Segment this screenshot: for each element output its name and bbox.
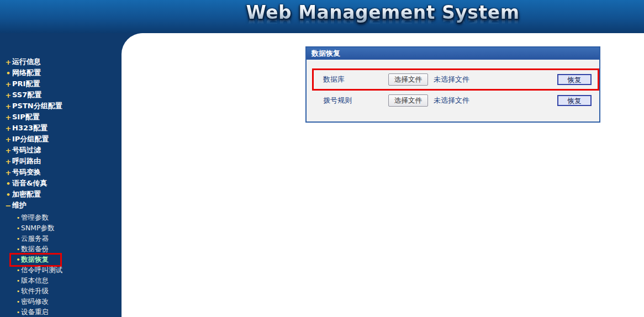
bullet-dot-icon: • — [15, 267, 21, 274]
sidebar-item-label: SS7配置 — [12, 90, 41, 100]
sidebar-item[interactable]: +IP分组配置 — [0, 134, 122, 145]
restore-button[interactable]: 恢复 — [557, 95, 592, 106]
expand-plus-icon: + — [4, 168, 12, 177]
expand-plus-icon: + — [4, 80, 12, 88]
sidebar-item-label: 运行信息 — [12, 57, 41, 67]
choose-file-button[interactable]: 选择文件 — [388, 73, 428, 86]
sidebar-item-label: SIP配置 — [12, 112, 40, 122]
sidebar-item[interactable]: +PSTN分组配置 — [0, 101, 122, 112]
panel-header: 数据恢复 — [307, 47, 599, 60]
sidebar-item[interactable]: +号码变换 — [0, 167, 122, 178]
sidebar-item[interactable]: +呼叫路由 — [0, 156, 122, 167]
expand-plus-icon: + — [4, 58, 12, 66]
sidebar-item[interactable]: +运行信息 — [0, 56, 122, 67]
expand-plus-icon: + — [4, 146, 12, 155]
sidebar-subitem-label: 数据备份 — [21, 245, 49, 254]
sidebar-item[interactable]: •网络配置 — [0, 67, 122, 78]
bullet-dot-icon: • — [15, 246, 21, 253]
sidebar-menu: +运行信息•网络配置+PRI配置+SS7配置+PSTN分组配置+SIP配置+H3… — [0, 33, 122, 317]
sidebar-item-label: H323配置 — [12, 123, 47, 133]
sidebar-subitem[interactable]: •软件升级 — [0, 286, 122, 297]
bullet-dot-icon: • — [15, 277, 21, 284]
sidebar-subitem[interactable]: •SNMP参数 — [0, 223, 122, 234]
sidebar-item-label: 呼叫路由 — [12, 156, 41, 166]
sidebar-subitem-label: 管理参数 — [21, 213, 49, 223]
sidebar-item-label: PSTN分组配置 — [12, 101, 62, 111]
bullet-dot-icon: • — [4, 191, 12, 199]
sidebar-item-label: 加密配置 — [12, 189, 41, 199]
panel-body: 数据库选择文件未选择文件恢复拨号规则选择文件未选择文件恢复 — [307, 60, 599, 108]
sidebar-subitem[interactable]: •数据备份 — [0, 244, 122, 255]
bullet-dot-icon: • — [15, 235, 21, 242]
expand-plus-icon: + — [4, 135, 12, 144]
sidebar-subitem-label: 版本信息 — [21, 276, 49, 286]
sidebar-subitem-label: 软件升级 — [21, 287, 49, 296]
panel-title: 数据恢复 — [312, 49, 340, 57]
sidebar-item[interactable]: +PRI配置 — [0, 78, 122, 89]
sidebar-subitem-label: 密码修改 — [21, 297, 49, 307]
sidebar-item[interactable]: •加密配置 — [0, 189, 122, 200]
sidebar-subitem-label: 数据恢复 — [21, 255, 49, 265]
sidebar-item[interactable]: +SIP配置 — [0, 112, 122, 123]
sidebar-subitem[interactable]: •密码修改 — [0, 297, 122, 307]
sidebar-subitem-label: SNMP参数 — [21, 224, 55, 233]
data-recovery-panel: 数据恢复 数据库选择文件未选择文件恢复拨号规则选择文件未选择文件恢复 — [305, 46, 600, 123]
file-status-text: 未选择文件 — [434, 96, 469, 105]
sidebar-subitem[interactable]: •云服务器 — [0, 234, 122, 244]
content-area: 数据恢复 数据库选择文件未选择文件恢复拨号规则选择文件未选择文件恢复 — [122, 33, 644, 317]
sidebar-item-label: 维护 — [12, 200, 27, 210]
sidebar-submenu: •管理参数•SNMP参数•云服务器•数据备份•数据恢复•信令呼叫测试•版本信息•… — [0, 213, 122, 317]
sidebar-subitem[interactable]: •信令呼叫测试 — [0, 265, 122, 276]
form-row: 数据库选择文件未选择文件恢复 — [307, 68, 599, 91]
sidebar-item-label: IP分组配置 — [12, 134, 49, 144]
sidebar-subitem[interactable]: •管理参数 — [0, 213, 122, 223]
bullet-dot-icon: • — [4, 69, 12, 77]
file-status-text: 未选择文件 — [434, 75, 469, 84]
sidebar-subitem[interactable]: •版本信息 — [0, 276, 122, 286]
sidebar-subitem[interactable]: •数据恢复 — [0, 255, 122, 265]
sidebar-item-label: 网络配置 — [12, 68, 41, 78]
sidebar-item[interactable]: +号码过滤 — [0, 145, 122, 156]
sidebar-item-label: 号码变换 — [12, 167, 41, 177]
sidebar-subitem-label: 信令呼叫测试 — [21, 266, 62, 275]
restore-button[interactable]: 恢复 — [557, 74, 592, 85]
sidebar-item-label: PRI配置 — [12, 79, 40, 89]
sidebar-item[interactable]: +SS7配置 — [0, 89, 122, 101]
sidebar-item[interactable]: +H323配置 — [0, 123, 122, 134]
sidebar-item-label: 语音&传真 — [12, 178, 47, 188]
expand-plus-icon: + — [4, 102, 12, 110]
page-title: Web Management System — [122, 2, 644, 23]
bullet-dot-icon: • — [15, 298, 21, 305]
expand-plus-icon: + — [4, 91, 12, 99]
sidebar-item[interactable]: •语音&传真 — [0, 178, 122, 189]
choose-file-button[interactable]: 选择文件 — [388, 94, 428, 107]
row-label: 数据库 — [323, 75, 388, 84]
sidebar-item-label: 号码过滤 — [12, 145, 41, 155]
sidebar-subitem[interactable]: •设备重启 — [0, 307, 122, 317]
sidebar-item[interactable]: −维护 — [0, 200, 122, 211]
bullet-dot-icon: • — [15, 309, 21, 316]
form-row: 拨号规则选择文件未选择文件恢复 — [307, 93, 599, 108]
collapse-minus-icon: − — [4, 202, 12, 210]
bullet-dot-icon: • — [15, 256, 21, 263]
bullet-dot-icon: • — [15, 225, 21, 232]
expand-plus-icon: + — [4, 157, 12, 166]
expand-plus-icon: + — [4, 113, 12, 121]
bullet-dot-icon: • — [4, 179, 12, 188]
sidebar-subitem-label: 设备重启 — [21, 308, 49, 317]
page-header: Web Management System — [0, 0, 644, 33]
sidebar-subitem-label: 云服务器 — [21, 234, 49, 244]
bullet-dot-icon: • — [15, 288, 21, 295]
sidebar: +运行信息•网络配置+PRI配置+SS7配置+PSTN分组配置+SIP配置+H3… — [0, 33, 122, 317]
expand-plus-icon: + — [4, 124, 12, 133]
row-label: 拨号规则 — [323, 96, 388, 105]
bullet-dot-icon: • — [15, 214, 21, 221]
